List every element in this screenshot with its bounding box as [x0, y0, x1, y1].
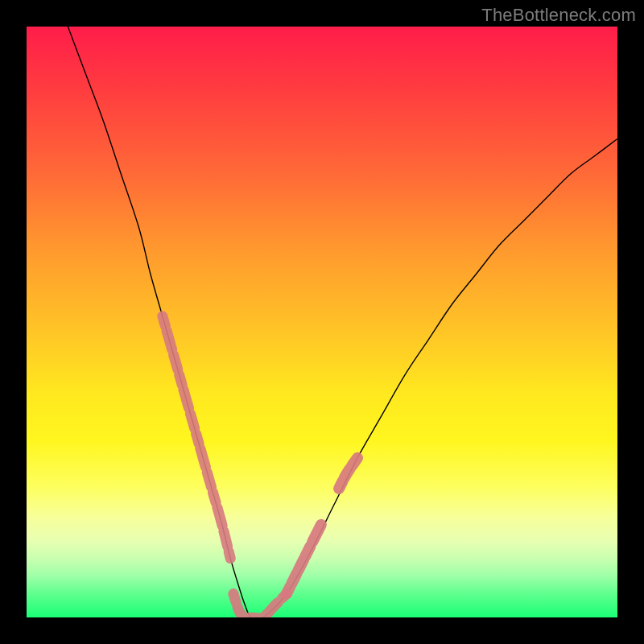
- highlight-segment-bottom: [233, 594, 287, 617]
- watermark-text: TheBottleneck.com: [481, 5, 636, 26]
- plot-area: [27, 27, 617, 617]
- outer-frame: TheBottleneck.com: [0, 0, 644, 644]
- chart-svg: [27, 27, 617, 617]
- highlight-segment-right: [287, 458, 357, 594]
- bottleneck-curve: [68, 27, 617, 617]
- highlight-segment-left: [163, 316, 230, 559]
